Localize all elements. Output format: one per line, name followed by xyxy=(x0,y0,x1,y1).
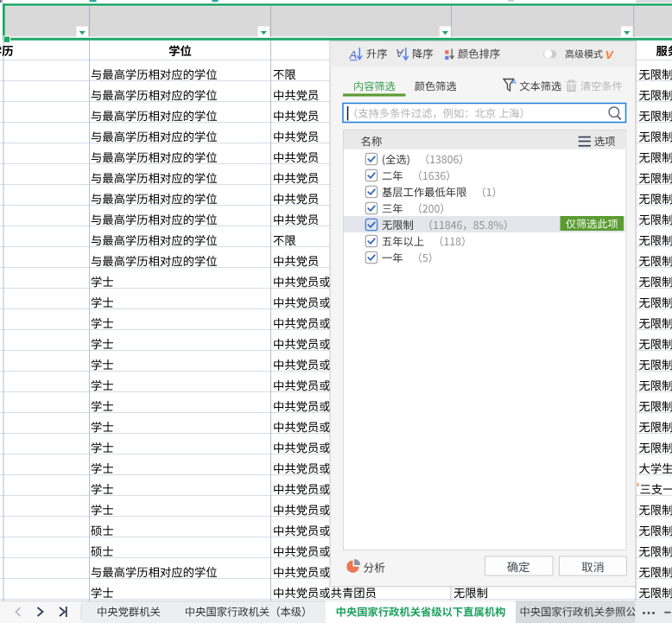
svg-text:A: A xyxy=(511,78,517,86)
svg-text:A: A xyxy=(349,49,357,61)
svg-text:V: V xyxy=(605,48,614,61)
